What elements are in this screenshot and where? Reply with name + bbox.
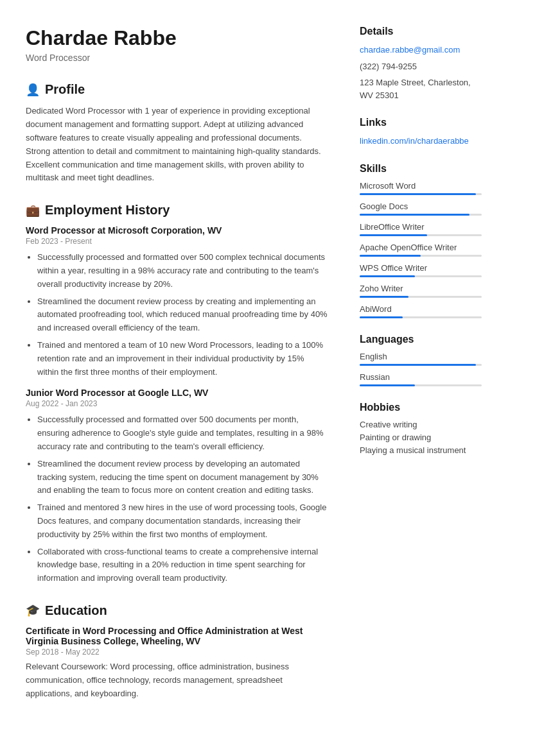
skill-bar-bg [360, 296, 482, 298]
education-title-label: Education [45, 603, 107, 618]
skill-name: Google Docs [360, 202, 482, 211]
languages-section: Languages English Russian [360, 334, 482, 386]
skill-name: WPS Office Writer [360, 263, 482, 273]
details-title: Details [360, 26, 482, 37]
skill-bar-bg [360, 316, 482, 318]
skill-name: Zoho Writer [360, 284, 482, 293]
skill-item: Google Docs [360, 202, 482, 216]
skill-bar-fill [360, 255, 421, 257]
skill-item: WPS Office Writer [360, 263, 482, 277]
employment-header: 💼 Employment History [26, 203, 328, 218]
education-icon: 🎓 [26, 603, 40, 617]
skill-item: Apache OpenOffice Writer [360, 243, 482, 257]
skills-section: Skills Microsoft Word Google Docs LibreO… [360, 163, 482, 318]
job-2-bullets: Successfully processed and formatted ove… [26, 413, 328, 585]
header: Chardae Rabbe Word Processor [26, 26, 328, 63]
language-bar-bg [360, 364, 482, 366]
phone-item: (322) 794-9255 [360, 60, 482, 73]
skill-bar-fill [360, 275, 415, 277]
list-item: Trained and mentored 3 new hires in the … [37, 501, 328, 541]
job-1-title: Word Processor at Microsoft Corporation,… [26, 225, 328, 236]
skill-name: Microsoft Word [360, 181, 482, 191]
list-item: Collaborated with cross-functional teams… [37, 546, 328, 585]
language-item: Russian [360, 372, 482, 386]
skill-bar-bg [360, 275, 482, 277]
skill-item: AbiWord [360, 304, 482, 318]
skill-bar-fill [360, 214, 469, 216]
links-section: Links linkedin.com/in/chardaerabbe [360, 117, 482, 148]
hobby-item: Playing a musical instrument [360, 445, 482, 455]
skills-list: Microsoft Word Google Docs LibreOffice W… [360, 181, 482, 318]
language-bar-bg [360, 384, 482, 386]
skill-name: Apache OpenOffice Writer [360, 243, 482, 252]
skill-bar-fill [360, 296, 408, 298]
email-item: chardae.rabbe@gmail.com [360, 44, 482, 56]
skill-item: Zoho Writer [360, 284, 482, 298]
language-bar-fill [360, 384, 415, 386]
list-item: Streamlined the document review process … [37, 295, 328, 335]
education-degree: Certificate in Word Processing and Offic… [26, 626, 328, 646]
list-item: Streamlined the document review process … [37, 458, 328, 497]
candidate-name: Chardae Rabbe [26, 26, 328, 50]
email-link[interactable]: chardae.rabbe@gmail.com [360, 45, 460, 55]
languages-list: English Russian [360, 352, 482, 386]
profile-header: 👤 Profile [26, 82, 328, 97]
job-2-title: Junior Word Processor at Google LLC, WV [26, 388, 328, 398]
linkedin-link[interactable]: linkedin.com/in/chardaerabbe [360, 136, 469, 146]
skill-name: AbiWord [360, 304, 482, 314]
skill-item: Microsoft Word [360, 181, 482, 195]
language-name: English [360, 352, 482, 361]
hobby-item: Painting or drawing [360, 433, 482, 442]
language-bar-fill [360, 364, 476, 366]
hobbies-section: Hobbies Creative writingPainting or draw… [360, 402, 482, 455]
skill-bar-fill [360, 234, 427, 236]
profile-icon: 👤 [26, 83, 40, 97]
language-name: Russian [360, 372, 482, 382]
skill-bar-bg [360, 255, 482, 257]
skill-bar-fill [360, 193, 476, 195]
right-column: Details chardae.rabbe@gmail.com (322) 79… [347, 26, 501, 718]
education-dates: Sep 2018 - May 2022 [26, 648, 328, 657]
skill-name: LibreOffice Writer [360, 222, 482, 232]
language-item: English [360, 352, 482, 366]
job-1-dates: Feb 2023 - Present [26, 237, 328, 246]
employment-section: 💼 Employment History Word Processor at M… [26, 203, 328, 585]
skill-bar-fill [360, 316, 403, 318]
profile-section: 👤 Profile Dedicated Word Processor with … [26, 82, 328, 185]
hobbies-list: Creative writingPainting or drawingPlayi… [360, 420, 482, 455]
education-coursework: Relevant Coursework: Word processing, of… [26, 660, 328, 700]
job-1-bullets: Successfully processed and formatted ove… [26, 251, 328, 379]
skill-bar-bg [360, 234, 482, 236]
skill-bar-bg [360, 193, 482, 195]
list-item: Successfully processed and formatted ove… [37, 251, 328, 291]
details-section: Details chardae.rabbe@gmail.com (322) 79… [360, 26, 482, 101]
address-item: 123 Maple Street, Charleston, WV 25301 [360, 76, 482, 101]
left-column: Chardae Rabbe Word Processor 👤 Profile D… [0, 26, 347, 718]
skill-bar-bg [360, 214, 482, 216]
linkedin-item: linkedin.com/in/chardaerabbe [360, 135, 482, 148]
list-item: Trained and mentored a team of 10 new Wo… [37, 339, 328, 379]
profile-text: Dedicated Word Processor with 1 year of … [26, 105, 328, 185]
list-item: Successfully processed and formatted ove… [37, 413, 328, 453]
education-header: 🎓 Education [26, 603, 328, 618]
languages-title: Languages [360, 334, 482, 345]
employment-title: Employment History [45, 203, 170, 218]
hobbies-title: Hobbies [360, 402, 482, 413]
hobby-item: Creative writing [360, 420, 482, 429]
skill-item: LibreOffice Writer [360, 222, 482, 236]
education-section: 🎓 Education Certificate in Word Processi… [26, 603, 328, 700]
links-title: Links [360, 117, 482, 128]
job-1: Word Processor at Microsoft Corporation,… [26, 225, 328, 379]
skills-title: Skills [360, 163, 482, 175]
employment-icon: 💼 [26, 203, 40, 218]
job-2: Junior Word Processor at Google LLC, WV … [26, 388, 328, 585]
education-entry-1: Certificate in Word Processing and Offic… [26, 626, 328, 700]
job-2-dates: Aug 2022 - Jan 2023 [26, 399, 328, 408]
profile-title: Profile [45, 82, 85, 97]
candidate-title: Word Processor [26, 53, 328, 63]
